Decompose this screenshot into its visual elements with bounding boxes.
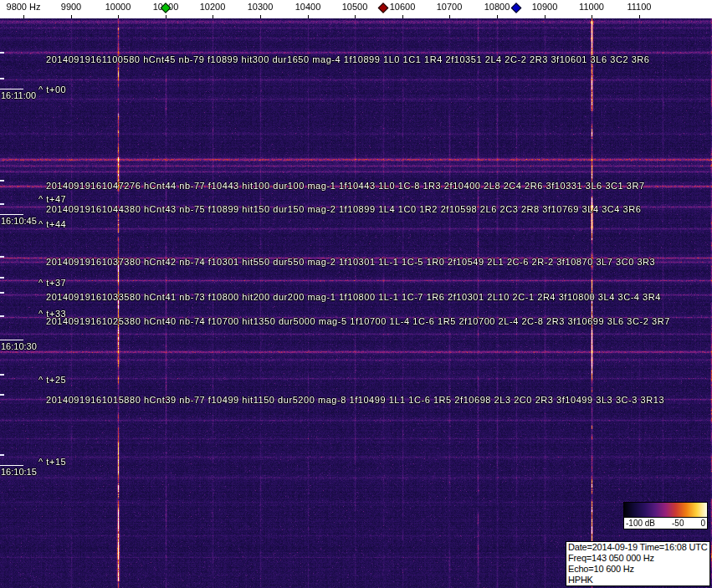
time-tick-line: [0, 214, 23, 215]
freq-tick-label: 10800: [484, 2, 510, 12]
colorbar-min-label: -100 dB: [626, 518, 655, 529]
echo-time-marker: ^ t+37: [38, 278, 66, 288]
detection-annotation: 20140919161015880 hCnt39 nb-77 f10499 hi…: [46, 395, 664, 405]
detection-annotation: 20140919161047276 hCnt44 nb-77 f10443 hi…: [46, 181, 645, 191]
freq-tick-label: 10400: [295, 2, 321, 12]
echo-time-marker: ^ t+47: [38, 194, 66, 204]
freq-tick-mark: [71, 15, 72, 18]
echo-edge-mark: [0, 277, 4, 279]
blue-diamond-marker[interactable]: [511, 3, 522, 13]
colorbar-max-label: 0: [700, 518, 705, 529]
echo-edge-mark: [0, 292, 4, 294]
echo-edge-mark: [0, 180, 4, 182]
echo-edge-mark: [0, 374, 4, 376]
status-info-box: Date=2014-09-19 Time=16:08 UTC Freq=143 …: [566, 541, 710, 586]
freq-tick-mark: [166, 15, 166, 18]
info-echo-line: Echo=10 600 Hz: [568, 564, 708, 575]
detection-annotation: 20140919161037380 hCnt42 nb-74 f10301 hi…: [46, 257, 655, 267]
red-diamond-marker[interactable]: [378, 3, 389, 13]
time-tick-label: 16:10:15: [1, 467, 37, 477]
freq-tick-label: 10700: [437, 2, 463, 12]
echo-edge-mark: [0, 454, 4, 456]
freq-tick-mark: [545, 15, 546, 18]
freq-tick-mark: [639, 15, 640, 18]
freq-tick-mark: [308, 15, 309, 18]
colorbar-mid-label: -50: [672, 518, 684, 529]
time-tick-label: 16:10:45: [1, 216, 37, 226]
time-tick-label: 16:11:00: [1, 90, 36, 100]
echo-edge-mark: [0, 315, 4, 317]
freq-tick-label: 10600: [390, 2, 416, 12]
info-station-line: HPHK: [568, 575, 708, 585]
freq-tick-label: 10200: [200, 2, 226, 12]
freq-tick-mark: [592, 15, 592, 18]
freq-tick-label: 9900: [61, 2, 81, 12]
info-freq-line: Freq=143 050 000 Hz: [568, 553, 708, 564]
spectrogram-overlay: 16:11:0016:10:4516:10:3016:10:15^ t+00^ …: [0, 0, 712, 588]
detection-annotation: 20140919161033580 hCnt41 nb-73 f10800 hi…: [46, 292, 661, 302]
time-tick-line: [0, 465, 23, 466]
detection-annotation: 20140919161044380 hCnt43 nb-75 f10899 hi…: [46, 204, 641, 214]
echo-time-marker: ^ t+25: [38, 375, 66, 385]
freq-tick-mark: [497, 15, 498, 18]
info-date-line: Date=2014-09-19 Time=16:08 UTC: [568, 542, 708, 553]
echo-edge-mark: [0, 52, 4, 54]
echo-edge-mark: [0, 256, 4, 258]
echo-edge-mark: [0, 394, 4, 396]
freq-tick-label: 10500: [342, 2, 368, 12]
frequency-axis: 9800 Hz990010000101001020010300104001050…: [0, 0, 712, 18]
echo-time-marker: ^ t+00: [38, 84, 66, 95]
echo-time-marker: ^ t+44: [38, 219, 66, 229]
freq-tick-label: 10900: [532, 2, 558, 12]
time-tick-line: [0, 340, 23, 340]
freq-tick-label: 10300: [248, 2, 274, 12]
freq-tick-label: 11000: [579, 2, 604, 12]
freq-tick-label: 11100: [627, 2, 652, 12]
time-tick-label: 16:10:30: [1, 341, 37, 351]
freq-tick-mark: [402, 15, 403, 18]
freq-tick-mark: [449, 15, 450, 18]
freq-tick-mark: [355, 15, 356, 18]
freq-tick-mark: [118, 15, 119, 18]
freq-tick-label: 10000: [105, 2, 131, 12]
freq-tick-mark: [23, 15, 24, 18]
colorbar-gradient: [623, 502, 708, 518]
detection-annotation: 20140919161100580 hCnt45 nb-79 f10899 hi…: [46, 54, 650, 64]
freq-tick-mark: [260, 15, 261, 18]
colorbar-legend: -100 dB -50 0: [623, 502, 708, 529]
detection-annotation: 20140919161025380 hCnt40 nb-74 f10700 hi…: [46, 316, 670, 326]
echo-time-marker: ^ t+15: [38, 457, 66, 467]
echo-edge-mark: [0, 203, 4, 205]
colorbar-labels: -100 dB -50 0: [623, 518, 708, 529]
echo-edge-mark: [0, 78, 4, 79]
time-tick-line: [0, 89, 23, 89]
freq-tick-mark: [213, 15, 213, 18]
freq-tick-label: 9800 Hz: [7, 2, 41, 12]
